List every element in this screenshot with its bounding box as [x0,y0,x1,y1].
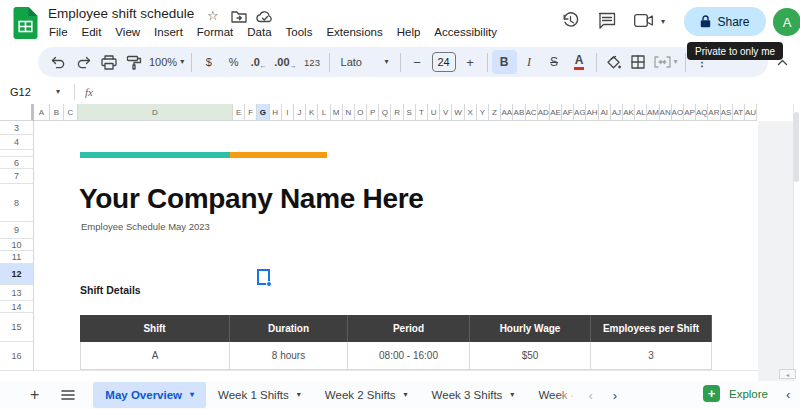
column-header-AQ[interactable]: AQ [696,104,708,121]
menu-tools[interactable]: Tools [279,23,320,41]
paint-format-button[interactable] [121,50,146,74]
sheet-tab-week-1-shifts[interactable]: Week 1 Shifts▾ [206,382,313,408]
column-header-AM[interactable]: AM [647,104,659,121]
menu-format[interactable]: Format [190,23,240,41]
merge-cells-button[interactable]: ▾ [651,50,681,74]
table-header-cell[interactable]: Hourly Wage [470,315,591,342]
column-header-I[interactable]: I [282,104,294,121]
all-sheets-menu-icon[interactable] [61,390,75,400]
menu-file[interactable]: File [42,23,75,41]
increase-decimal-button[interactable]: .00→ [271,50,299,74]
row-header-4[interactable]: 4 [0,135,34,150]
add-sheet-button[interactable]: + [30,386,39,404]
column-header-O[interactable]: O [355,104,367,121]
name-box-caret-icon[interactable]: ▾ [56,88,60,96]
row-header-hidden[interactable] [0,150,34,157]
cloud-saved-icon[interactable] [256,11,274,23]
zoom-select[interactable]: 100% ▾ [146,50,187,74]
text-color-button[interactable]: A [567,50,592,74]
menu-edit[interactable]: Edit [75,23,109,41]
format-currency-button[interactable]: $ [196,50,221,74]
star-icon[interactable]: ☆ [207,8,219,23]
sheet-tab-caret-icon[interactable]: ▾ [297,391,301,399]
row-header-11[interactable]: 11 [0,251,34,264]
table-cell[interactable]: 08:00 - 16:00 [348,342,470,370]
document-title[interactable]: Employee shift schedule [48,6,194,21]
row-header-14[interactable]: 14 [0,301,34,313]
tabs-scroll-left-icon[interactable]: ‹ [588,388,592,403]
sheet-tab-week-4-s[interactable]: Week 4 S [526,382,574,408]
column-header-AB[interactable]: AB [513,104,525,121]
column-header-AR[interactable]: AR [708,104,720,121]
column-header-C[interactable]: C [64,104,78,121]
decrease-font-size-button[interactable]: − [405,50,430,74]
column-header-L[interactable]: L [318,104,330,121]
table-cell[interactable]: A [80,342,230,370]
menu-extensions[interactable]: Extensions [319,23,389,41]
column-header-M[interactable]: M [331,104,343,121]
undo-button[interactable] [46,50,71,74]
column-header-J[interactable]: J [294,104,306,121]
sheet-tab-week-3-shifts[interactable]: Week 3 Shifts▾ [420,382,527,408]
column-header-AC[interactable]: AC [526,104,538,121]
sheet-tab-caret-icon[interactable]: ▾ [190,391,194,399]
column-header-Y[interactable]: Y [477,104,489,121]
comment-icon[interactable] [598,12,616,29]
column-header-N[interactable]: N [343,104,355,121]
column-header-AA[interactable]: AA [501,104,513,121]
menu-insert[interactable]: Insert [147,23,190,41]
row-header-13[interactable]: 13 [0,285,34,301]
column-header-AU[interactable]: AU [745,104,757,121]
column-header-AH[interactable]: AH [586,104,598,121]
explore-button[interactable]: + Explore [703,385,768,402]
column-header-Q[interactable]: Q [379,104,391,121]
column-header-F[interactable]: F [245,104,257,121]
table-header-cell[interactable]: Employees per Shift [591,315,712,342]
menu-accessibility[interactable]: Accessibility [427,23,504,41]
schedule-subtitle-text[interactable]: Employee Schedule May 2023 [81,221,210,232]
column-header-A[interactable]: A [34,104,50,121]
row-header-8[interactable]: 8 [0,184,34,222]
column-header-T[interactable]: T [416,104,428,121]
column-header-X[interactable]: X [465,104,477,121]
italic-button[interactable]: I [517,50,542,74]
column-header-AO[interactable]: AO [672,104,684,121]
column-header-E[interactable]: E [233,104,245,121]
decrease-decimal-button[interactable]: .0← [246,50,271,74]
table-header-cell[interactable]: Duration [230,315,348,342]
font-select[interactable]: Lato▾ [334,50,396,74]
video-call-icon[interactable] [634,14,654,27]
column-header-AJ[interactable]: AJ [611,104,623,121]
fx-icon[interactable]: fx [85,86,93,98]
column-header-H[interactable]: H [270,104,282,121]
table-cell[interactable]: $50 [470,342,591,370]
borders-button[interactable] [626,50,651,74]
print-button[interactable] [96,50,121,74]
version-history-icon[interactable] [561,11,580,30]
more-formats-button[interactable]: 123 [300,50,325,74]
column-header-U[interactable]: U [428,104,440,121]
column-header-V[interactable]: V [440,104,452,121]
sheets-logo-icon[interactable] [13,7,38,39]
sheet-tab-caret-icon[interactable]: ▾ [404,391,408,399]
increase-font-size-button[interactable]: + [458,50,483,74]
horizontal-scrollbar-arrow[interactable]: ◂ [779,369,796,379]
fill-handle[interactable] [266,281,272,287]
sheet-canvas[interactable]: Your Company Name Here Employee Schedule… [34,121,758,371]
column-header-AD[interactable]: AD [538,104,550,121]
select-all-corner[interactable] [0,104,34,121]
sheet-tab-may-overview[interactable]: May Overview▾ [93,382,206,408]
name-box[interactable]: G12 [10,86,56,98]
strikethrough-button[interactable]: S [542,50,567,74]
menu-data[interactable]: Data [240,23,278,41]
column-header-S[interactable]: S [404,104,416,121]
table-cell[interactable]: 3 [591,342,712,370]
column-header-AE[interactable]: AE [550,104,562,121]
side-panel-collapse-icon[interactable]: ‹ [786,387,790,402]
row-header-7[interactable]: 7 [0,169,34,184]
company-name-text[interactable]: Your Company Name Here [79,183,424,215]
share-button[interactable]: Share [684,7,766,36]
row-header-16[interactable]: 16 [0,342,34,371]
column-header-AF[interactable]: AF [562,104,574,121]
move-to-folder-icon[interactable] [231,10,247,23]
